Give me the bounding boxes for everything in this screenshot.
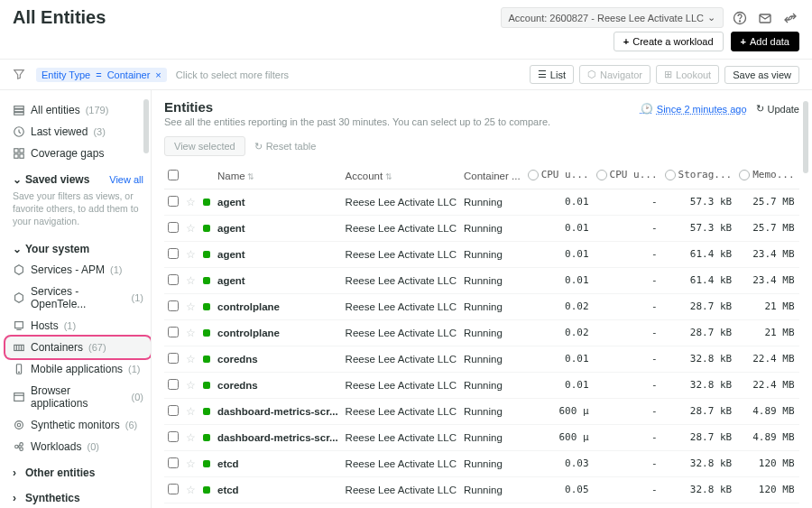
col-memory[interactable]: Memo... — [735, 163, 798, 189]
view-selected-button[interactable]: View selected — [164, 136, 245, 156]
sidebar-item-services-opentele-[interactable]: Services - OpenTele... (1) — [5, 281, 151, 315]
table-row[interactable]: ☆corednsReese Lee Activate LLCRunning0.0… — [164, 346, 799, 372]
save-as-view-button[interactable]: Save as view — [724, 66, 799, 84]
sidebar-item-all-entities[interactable]: All entities (179) — [5, 99, 151, 121]
cell-cpu1: 0.03 — [524, 450, 593, 476]
star-icon[interactable]: ☆ — [182, 319, 199, 346]
table-row[interactable]: ☆controlplaneReese Lee Activate LLCRunni… — [164, 319, 799, 346]
view-lookout-button[interactable]: ⊞ Lookout — [656, 65, 719, 84]
sidebar-item-last-viewed[interactable]: Last viewed (3) — [5, 121, 151, 143]
sidebar-item-containers[interactable]: Containers (67) — [5, 337, 151, 358]
star-icon[interactable]: ☆ — [182, 424, 199, 450]
status-dot — [203, 434, 210, 441]
cell-name[interactable]: controlplane — [214, 319, 342, 346]
share-icon[interactable] — [781, 9, 799, 27]
row-checkbox[interactable] — [168, 353, 179, 364]
sidebar-item-hosts[interactable]: Hosts (1) — [5, 315, 151, 337]
cell-name[interactable]: agent — [214, 189, 342, 215]
row-checkbox[interactable] — [168, 196, 179, 207]
star-icon[interactable]: ☆ — [182, 215, 199, 241]
cell-name[interactable]: dashboard-metrics-scr... — [214, 398, 342, 424]
table-row[interactable]: ☆agentReese Lee Activate LLCRunning0.01-… — [164, 215, 799, 241]
row-checkbox[interactable] — [168, 431, 179, 442]
row-checkbox[interactable] — [168, 327, 179, 337]
star-icon[interactable]: ☆ — [182, 241, 199, 267]
star-icon[interactable]: ☆ — [182, 398, 199, 424]
cell-name[interactable]: coredns — [214, 372, 342, 398]
cell-name[interactable]: agent — [214, 241, 342, 267]
section-other-entities[interactable]: ›Other entities — [5, 457, 151, 483]
add-data-button[interactable]: + Add data — [731, 32, 799, 51]
sidebar-item-synthetic-monitors[interactable]: Synthetic monitors (6) — [5, 414, 151, 436]
since-link[interactable]: 🕑 Since 2 minutes ago — [641, 103, 747, 115]
view-list-button[interactable]: ☰ List — [530, 65, 574, 84]
col-name[interactable]: Name — [214, 163, 342, 189]
col-storage[interactable]: Storag... — [661, 163, 736, 189]
create-workload-button[interactable]: + Create a workload — [614, 32, 724, 51]
cell-name[interactable]: controlplane — [214, 293, 342, 319]
table-row[interactable]: ☆dashboard-metrics-scr...Reese Lee Activ… — [164, 424, 799, 450]
star-icon[interactable]: ☆ — [182, 346, 199, 372]
star-icon[interactable]: ☆ — [182, 476, 199, 503]
star-icon[interactable]: ☆ — [182, 450, 199, 476]
select-all-checkbox[interactable] — [168, 170, 179, 180]
col-network[interactable]: Netwo... — [798, 163, 799, 189]
your-system-section[interactable]: ⌄ Your system — [5, 234, 151, 259]
table-row[interactable]: ☆etcdReese Lee Activate LLCRunning0.03-3… — [164, 450, 799, 476]
table-row[interactable]: ☆agentReese Lee Activate LLCRunning0.01-… — [164, 241, 799, 267]
saved-views-section[interactable]: ⌄ Saved views View all — [5, 164, 151, 189]
cell-name[interactable]: coredns — [214, 346, 342, 372]
sidebar-item-workloads[interactable]: Workloads (0) — [5, 436, 151, 457]
table-row[interactable]: ☆agentReese Lee Activate LLCRunning0.01-… — [164, 189, 799, 215]
cell-mem: 22.4 MB — [735, 346, 798, 372]
row-checkbox[interactable] — [168, 379, 179, 390]
scrollbar[interactable] — [803, 101, 808, 173]
table-row[interactable]: ☆dashboard-metrics-scr...Reese Lee Activ… — [164, 398, 799, 424]
col-cpu1[interactable]: CPU u... — [524, 163, 593, 189]
help-icon[interactable] — [731, 9, 749, 27]
scrollbar[interactable] — [143, 99, 149, 153]
cell-name[interactable]: etcd — [214, 476, 342, 503]
star-icon[interactable]: ☆ — [182, 372, 199, 398]
account-selector[interactable]: Account: 2600827 - Reese Lee Activate LL… — [501, 7, 724, 28]
cell-name[interactable]: dashboard-metrics-scr... — [214, 424, 342, 450]
section-synthetics[interactable]: ›Synthetics — [5, 483, 151, 508]
inbox-icon[interactable] — [756, 9, 774, 27]
row-checkbox[interactable] — [168, 300, 179, 311]
row-checkbox[interactable] — [168, 457, 179, 468]
row-checkbox[interactable] — [168, 248, 179, 259]
star-icon[interactable]: ☆ — [182, 293, 199, 319]
star-icon[interactable]: ☆ — [182, 267, 199, 293]
table-row[interactable]: ☆controlplaneReese Lee Activate LLCRunni… — [164, 293, 799, 319]
view-all-link[interactable]: View all — [109, 174, 143, 185]
table-row[interactable]: ☆corednsReese Lee Activate LLCRunning0.0… — [164, 372, 799, 398]
reset-table-button[interactable]: ↻ Reset table — [254, 136, 317, 156]
sidebar-item-browser-applications[interactable]: Browser applications (0) — [5, 380, 151, 414]
cell-name[interactable]: agent — [214, 215, 342, 241]
row-checkbox[interactable] — [168, 484, 179, 494]
chip-remove-icon[interactable]: × — [155, 69, 161, 80]
sidebar-item-mobile-applications[interactable]: Mobile applications (1) — [5, 358, 151, 380]
col-cpu2[interactable]: CPU u... — [593, 163, 661, 189]
table-row[interactable]: ☆etcdReese Lee Activate LLCRunning0.05-3… — [164, 476, 799, 503]
cell-name[interactable]: etcd — [214, 450, 342, 476]
table-row[interactable]: ☆agentReese Lee Activate LLCRunning0.01-… — [164, 267, 799, 293]
sidebar-item-coverage-gaps[interactable]: Coverage gaps — [5, 143, 151, 164]
plus-icon: + — [741, 36, 746, 47]
cell-account: Reese Lee Activate LLC — [342, 346, 460, 372]
col-account[interactable]: Account — [342, 163, 460, 189]
cell-name[interactable]: forwarder — [214, 503, 342, 508]
view-navigator-button[interactable]: ⬡ Navigator — [579, 65, 651, 84]
update-button[interactable]: ↻ Update — [756, 103, 799, 115]
star-icon[interactable]: ☆ — [182, 189, 199, 215]
filter-input[interactable]: Click to select more filters — [176, 69, 521, 80]
table-row[interactable]: ☆forwarderReese Lee Activate LLCRunning0… — [164, 503, 799, 508]
row-checkbox[interactable] — [168, 274, 179, 285]
row-checkbox[interactable] — [168, 222, 179, 233]
sidebar-item-services-apm[interactable]: Services - APM (1) — [5, 259, 151, 281]
col-container[interactable]: Container ... — [460, 163, 524, 189]
star-icon[interactable]: ☆ — [182, 503, 199, 508]
filter-chip-entity-type[interactable]: Entity Type = Container × — [36, 68, 167, 82]
cell-name[interactable]: agent — [214, 267, 342, 293]
row-checkbox[interactable] — [168, 405, 179, 416]
